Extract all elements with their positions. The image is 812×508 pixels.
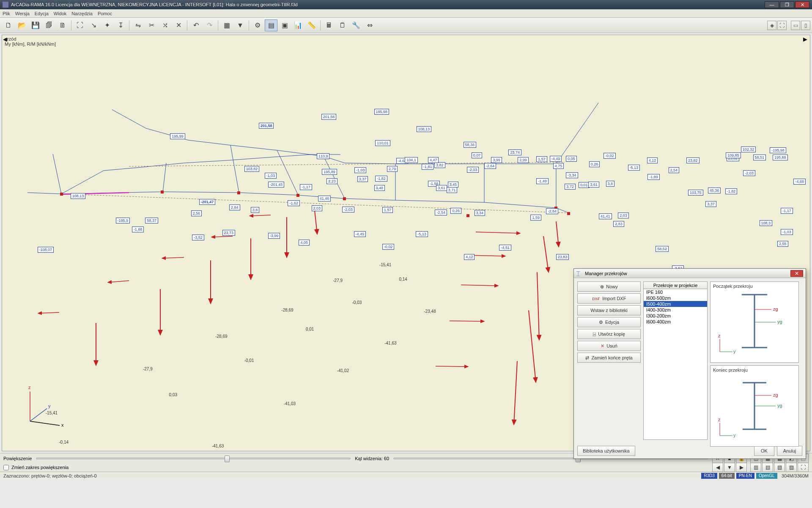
moment-value-label: 3,48 (374, 185, 385, 191)
moment-value-label: -1,82 (375, 176, 387, 182)
mirror-icon[interactable]: ⇋ (132, 19, 144, 31)
moment-value-label: 103,82 (244, 166, 260, 172)
svg-line-33 (250, 215, 271, 216)
view-btn1[interactable]: ▥ (750, 463, 761, 472)
svg-text:zg: zg (773, 392, 778, 398)
zoom-fit-icon[interactable]: ⛶ (777, 21, 787, 30)
view-btn5[interactable]: ⛶ (798, 463, 809, 472)
edit-section-button[interactable]: ⚙Edycja (577, 317, 641, 327)
zoom-range-checkbox[interactable] (3, 465, 9, 470)
nav-left-btn[interactable]: ◀ (712, 463, 723, 472)
cancel-button[interactable]: Anuluj (777, 446, 802, 456)
redo-icon[interactable]: ↷ (203, 19, 216, 31)
user-library-button[interactable]: Biblioteka użytkownika (577, 446, 635, 456)
filter-icon[interactable]: ▼ (234, 19, 247, 31)
svg-text:y: y (48, 403, 51, 409)
moment-value-label: 3,37 (705, 201, 716, 207)
draw-beam-icon[interactable]: ↘ (87, 19, 100, 31)
import-dxf-button[interactable]: ᴅxғImport DXF (577, 293, 641, 304)
calc-icon[interactable]: 🖩 (323, 19, 335, 31)
section-list-item[interactable]: I300-200zm (644, 313, 707, 319)
section-list-item[interactable]: I400-300zm (644, 307, 707, 313)
menu-help[interactable]: Pomoc (98, 11, 112, 16)
zoom-slider[interactable] (36, 458, 351, 459)
copy-section-button[interactable]: ⍈Utwórz kopię (577, 329, 641, 339)
measure-icon[interactable]: 📏 (305, 19, 318, 31)
node-icon[interactable]: ✦ (101, 19, 113, 31)
view-port1-icon[interactable]: ▭ (791, 21, 800, 30)
svg-rect-16 (466, 214, 469, 217)
reaction-value-label: -23,48 (424, 309, 436, 314)
dialog-titlebar[interactable]: ⌶ Manager przekrojów ✕ (574, 269, 806, 278)
tag-render: OpenGL (756, 473, 777, 479)
svg-line-0 (53, 154, 61, 194)
report-icon[interactable]: 🗎 (56, 19, 69, 31)
window-title: ArCADia-RAMA 16.0 Licencja dla WEWNĘTRZN… (11, 2, 765, 7)
preview-end: Koniec przekroju zg yg z y (710, 365, 799, 447)
cut-icon[interactable]: ✂ (145, 19, 158, 31)
menu-view[interactable]: Widok (54, 11, 67, 16)
window-close-button[interactable]: ✕ (795, 1, 809, 8)
new-file-icon[interactable]: 🗋 (2, 19, 15, 31)
panel-toggle-icon[interactable]: ▤ (265, 19, 277, 31)
delete-section-button[interactable]: ✕Usuń (577, 341, 641, 351)
moment-value-label: -1,17 (300, 184, 312, 190)
moment-value-label: 3,8 (251, 207, 260, 213)
view-btn4[interactable]: ▨ (786, 463, 797, 472)
settings-gear-icon[interactable]: ⚙ (251, 19, 264, 31)
save-file-icon[interactable]: 💾 (29, 19, 42, 31)
view-btn3[interactable]: ▧ (774, 463, 785, 472)
dimension-icon[interactable]: ⇔ (363, 19, 376, 31)
nav-down-btn[interactable]: ▼ (724, 463, 735, 472)
chart-icon[interactable]: 📊 (292, 19, 304, 31)
maximize-button[interactable]: ❐ (780, 1, 794, 8)
view-port2-icon[interactable]: ▯ (801, 21, 810, 30)
moment-value-label: 4,12 (464, 254, 475, 260)
menu-tools[interactable]: Narzędzia (71, 11, 93, 16)
reaction-value-label: -41,02 (337, 368, 349, 373)
nav-right-icon[interactable]: ▶ (803, 36, 809, 42)
tag-arch: 64-bit (719, 473, 735, 479)
swap-ends-button[interactable]: ⇄Zamień końce pręta (577, 353, 641, 363)
tag-norm: PN-EN (736, 473, 754, 479)
moment-value-label: 2,83 (613, 221, 624, 227)
delete-red-icon: ✕ (601, 343, 604, 349)
dialog-close-button[interactable]: ✕ (790, 270, 803, 277)
ok-button[interactable]: OK (754, 446, 774, 456)
delete-icon[interactable]: ✕ (172, 19, 185, 31)
svg-line-2 (230, 145, 239, 193)
undo-icon[interactable]: ↶ (189, 19, 202, 31)
wrench-icon[interactable]: 🔧 (350, 19, 362, 31)
open-file-icon[interactable]: 📂 (16, 19, 28, 31)
nav-right-btn[interactable]: ▶ (736, 463, 747, 472)
svg-text:zg: zg (773, 306, 778, 312)
insert-from-library-button[interactable]: Wstaw z biblioteki (577, 305, 641, 315)
menu-version[interactable]: Wersja (15, 11, 30, 16)
svg-line-38 (450, 321, 484, 321)
merge-icon[interactable]: ⤭ (159, 19, 171, 31)
svg-text:z: z (718, 333, 721, 338)
menu-file[interactable]: Plik (3, 11, 10, 16)
moment-value-label: 58,38 (464, 142, 477, 148)
list-header: Przekroje w projekcie (644, 282, 707, 289)
svg-line-41 (30, 421, 60, 425)
3d-icon[interactable]: ▣ (278, 19, 291, 31)
save-as-icon[interactable]: 🗐 (43, 19, 55, 31)
section-list-item[interactable]: I600-400zm (644, 319, 707, 325)
view-iso-icon[interactable]: ◈ (767, 21, 776, 30)
view-btn2[interactable]: ▤ (762, 463, 773, 472)
load-icon[interactable]: ↧ (114, 19, 127, 31)
moment-value-label: 110,01 (375, 140, 390, 146)
moment-value-label: 201,56 (321, 114, 337, 120)
minimize-button[interactable]: — (765, 1, 779, 8)
section-list-item[interactable]: I500-400zm (644, 301, 707, 307)
results-icon[interactable]: 🗒 (336, 19, 349, 31)
view-name-label: przódMy [kNm], R/M [kN/kNm] (5, 36, 56, 47)
grid-icon[interactable]: ▦ (220, 19, 233, 31)
generator-icon[interactable]: ⛶ (74, 19, 86, 31)
new-section-button[interactable]: ⊕Nowy (577, 282, 641, 292)
section-list-item[interactable]: I600-500zm (644, 295, 707, 301)
menu-edit[interactable]: Edycja (35, 11, 49, 16)
reaction-value-label: -28,69 (281, 308, 293, 312)
section-list-item[interactable]: IPE 160 (644, 289, 707, 295)
